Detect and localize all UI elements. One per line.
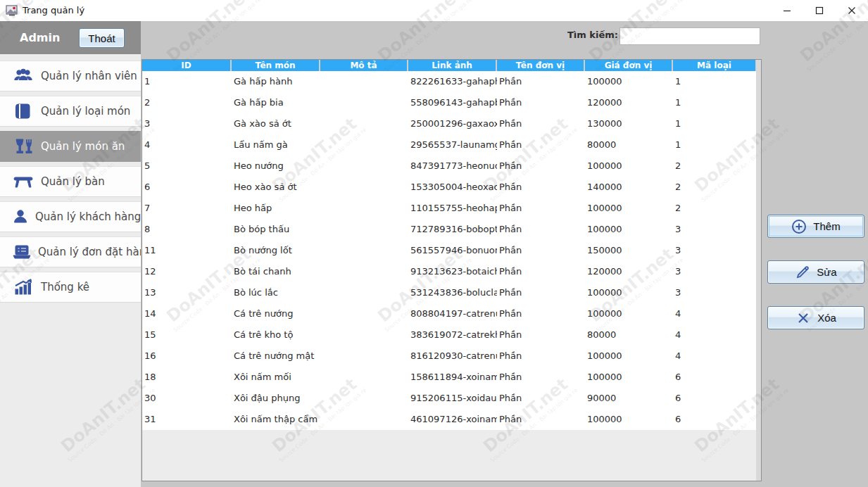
sidebar-item-quan-ly-loai-mon[interactable]: Quản lý loại món	[0, 96, 141, 127]
order-icon	[12, 242, 32, 262]
minimize-icon[interactable]	[771, 0, 803, 21]
sidebar-item-label: Quản lý món ăn	[41, 140, 125, 153]
sidebar-item-quan-ly-ban[interactable]: Quản lý bàn	[0, 166, 141, 197]
sidebar-item-quan-ly-mon-an[interactable]: Quản lý món ăn	[0, 131, 141, 162]
sidebar-item-thong-ke[interactable]: Thống kê	[0, 272, 141, 303]
table-cell: 913213623-botaicha...	[408, 261, 497, 282]
table-row[interactable]: 1Gà hấp hành822261633-gahaph ...Phần1000…	[142, 71, 757, 92]
table-row[interactable]: 2Gà hấp bia558096143-gahapbi...Phần12000…	[142, 92, 757, 113]
table-cell: 80000	[585, 324, 673, 346]
table-cell: Bò bóp thấu	[232, 219, 320, 240]
table-cell: Phần	[497, 282, 585, 303]
column-header-gia-don-vi[interactable]: Giá đơn vị	[585, 60, 672, 71]
add-button[interactable]: Thêm	[767, 215, 864, 238]
table-scrollbar-track[interactable]	[756, 60, 761, 481]
table-cell	[320, 409, 408, 430]
table-row[interactable]: 4Lẩu nấm gà29565537-launamg...Phần800001	[142, 134, 757, 156]
table-cell: 4	[673, 324, 757, 346]
table-row[interactable]: 13Bò lúc lắc531243836-boluclac...Phần100…	[142, 282, 757, 303]
table-row[interactable]: 7Heo hấp110155755-heohap....Phần1000002	[142, 198, 757, 219]
search-input[interactable]	[619, 27, 760, 45]
table-cell: Xôi nấm thập cẩm	[232, 409, 320, 430]
maximize-icon[interactable]	[803, 0, 836, 21]
table-cell: 100000	[585, 156, 673, 177]
column-header-ten-don-vi[interactable]: Tên đơn vị	[497, 60, 584, 71]
sidebar-item-label: Quản lý khách hàng	[35, 210, 141, 223]
table-cell: Phần	[497, 113, 585, 134]
table-cell: 808804197-catrenu...	[408, 303, 497, 324]
table-cell: 100000	[585, 71, 673, 92]
table-cell: 461097126-xoinamt...	[408, 409, 497, 430]
table-row[interactable]: 14Cá trê nướng808804197-catrenu...Phần10…	[142, 303, 757, 324]
table-cell	[320, 346, 408, 367]
column-header-link-anh[interactable]: Link ảnh	[408, 60, 496, 71]
x-icon	[795, 310, 811, 326]
table-cell: 3	[673, 240, 757, 261]
logout-button-label: Thoát	[88, 32, 115, 44]
table-cell: Phần	[497, 240, 585, 261]
table-row[interactable]: 12Bò tái chanh913213623-botaicha...Phần1…	[142, 261, 757, 282]
table-cell: 558096143-gahapbi...	[408, 92, 497, 113]
table-row[interactable]: 31Xôi nấm thập cẩm461097126-xoinamt...Ph…	[142, 409, 757, 430]
table-cell: Phần	[497, 409, 585, 430]
table-cell	[320, 92, 408, 113]
table-row[interactable]: 30Xôi đậu phụng915206115-xoidaup...Phần9…	[142, 388, 757, 409]
sidebar-item-quan-ly-nhan-vien[interactable]: Quản lý nhân viên	[0, 61, 141, 91]
close-icon[interactable]	[836, 0, 868, 21]
table-cell	[320, 240, 408, 261]
table-cell: Gà xào sả ớt	[232, 113, 320, 134]
table-cell	[320, 71, 408, 92]
table-cell: Phần	[497, 303, 585, 324]
table-row[interactable]: 8Bò bóp thấu712789316-bobopth...Phần1000…	[142, 219, 757, 240]
table-cell: 2	[673, 177, 757, 198]
table-cell: Lẩu nấm gà	[232, 134, 320, 156]
table-cell: Gà hấp bia	[232, 92, 320, 113]
table-cell: 80000	[585, 134, 673, 156]
table-cell: Phần	[497, 367, 585, 388]
table-cell: 6	[673, 388, 757, 409]
table-cell: 130000	[585, 113, 673, 134]
table-cell	[320, 156, 408, 177]
sidebar-item-label: Quản lý loại món	[41, 105, 130, 118]
table-row[interactable]: 16Cá trê nướng mật816120930-catrenu...Ph…	[142, 346, 757, 367]
table-cell: Phần	[497, 219, 585, 240]
table-row[interactable]: 3Gà xào sả ớt250001296-gaxaoxa...Phần130…	[142, 113, 757, 134]
sidebar-item-label: Quản lý bàn	[41, 175, 105, 188]
table-cell: 2	[673, 156, 757, 177]
table-cell: 100000	[585, 367, 673, 388]
column-header-ma-loai[interactable]: Mã loại	[673, 60, 755, 71]
column-header-mo-ta[interactable]: Mô tả	[320, 60, 407, 71]
table-cell: 3	[673, 261, 757, 282]
logout-button[interactable]: Thoát	[79, 28, 125, 48]
table-cell	[320, 177, 408, 198]
table-row[interactable]: 5Heo nướng847391773-heonuo...Phần1000002	[142, 156, 757, 177]
table-cell: Phần	[497, 156, 585, 177]
table-row[interactable]: 18Xôi nấm mối158611894-xoinam...Phần1000…	[142, 367, 757, 388]
column-header-ten-mon[interactable]: Tên món	[232, 60, 319, 71]
table-cell: 3	[673, 219, 757, 240]
table-row[interactable]: 11Bò nướng lốt561557946-bonuon...Phần150…	[142, 240, 757, 261]
table-cell: Cá trê nướng mật	[232, 346, 320, 367]
table-cell: 29565537-launamg...	[408, 134, 497, 156]
table-cell: 250001296-gaxaoxa...	[408, 113, 497, 134]
table-cell: 6	[673, 367, 757, 388]
table-cell: Cá trê nướng	[232, 303, 320, 324]
table-row[interactable]: 6Heo xào sả ớt153305004-heoxaox...Phần14…	[142, 177, 757, 198]
sidebar-item-label: Quản lý nhân viên	[41, 70, 137, 82]
table-cell: 5	[142, 156, 232, 177]
column-header-id[interactable]: ID	[142, 60, 230, 71]
table-body: 1Gà hấp hành822261633-gahaph ...Phần1000…	[142, 71, 757, 430]
delete-button[interactable]: Xóa	[767, 306, 864, 329]
table-cell: 1	[673, 92, 757, 113]
table-cell: 4	[673, 346, 757, 367]
table-cell: 140000	[585, 177, 673, 198]
table-cell: 915206115-xoidaup...	[408, 388, 497, 409]
edit-button[interactable]: Sửa	[767, 260, 864, 284]
window-title: Trang quản lý	[23, 0, 84, 21]
table-cell: Phần	[497, 92, 585, 113]
table-row[interactable]: 15Cá trê kho tộ383619072-catrekho...Phần…	[142, 324, 757, 346]
sidebar-item-quan-ly-khach-hang[interactable]: Quản lý khách hàng	[0, 201, 141, 232]
table-cell: 12	[142, 261, 232, 282]
sidebar-item-quan-ly-don-dat-hang[interactable]: Quản lý đơn đặt hàng	[0, 236, 141, 267]
table-cell: 11	[142, 240, 232, 261]
